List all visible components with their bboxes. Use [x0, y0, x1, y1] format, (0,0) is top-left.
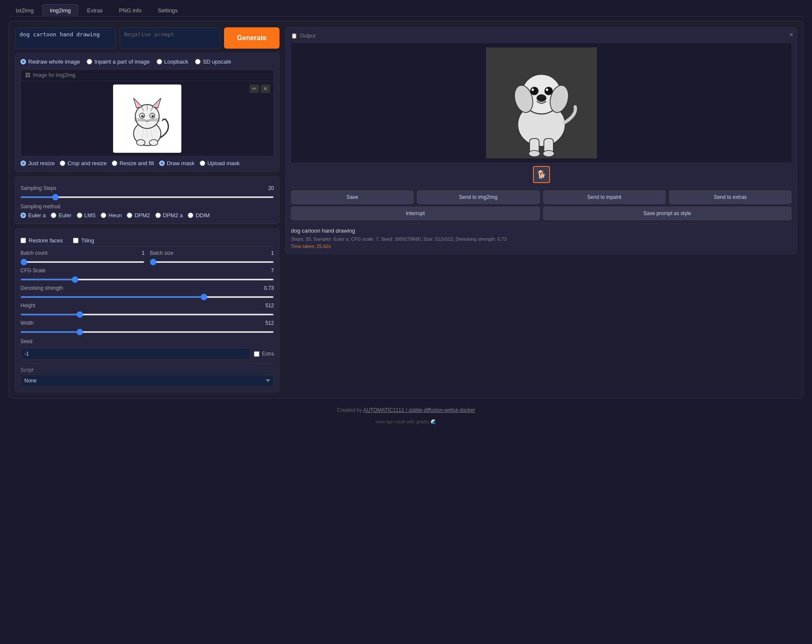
image-icon: 🖼 — [25, 72, 30, 78]
resize-just-resize[interactable]: Just resize — [20, 160, 55, 166]
mode-image-section: Redraw whole image Inpaint a part of ima… — [15, 53, 279, 172]
seed-input[interactable]: -1 — [20, 348, 250, 360]
sampling-method-row: Euler a Euler LMS Heun — [20, 212, 274, 219]
height-label: Height — [20, 303, 35, 309]
output-section: 📋 Output × — [285, 27, 797, 254]
tab-settings[interactable]: Settings — [151, 4, 185, 16]
sampler-lms[interactable]: LMS — [77, 212, 96, 219]
tab-extras[interactable]: Extras — [80, 4, 110, 16]
image-actions: ✏ ✕ — [250, 85, 270, 93]
svg-point-31 — [544, 87, 553, 95]
generate-button[interactable]: Generate — [224, 27, 279, 49]
tab-png-info[interactable]: PNG info — [112, 4, 149, 16]
output-header: 📋 Output × — [291, 33, 792, 39]
svg-point-11 — [141, 115, 144, 117]
send-to-img2img-button[interactable]: Send to img2img — [417, 190, 539, 204]
send-to-extras-button[interactable]: Send to extras — [669, 190, 792, 204]
output-label: Output — [300, 33, 315, 39]
resize-draw-mask[interactable]: Draw mask — [159, 160, 195, 166]
save-style-button[interactable]: Save prompt as style — [543, 207, 792, 220]
output-image-area — [291, 43, 792, 163]
svg-point-40 — [543, 150, 554, 157]
sampling-steps-slider[interactable] — [20, 196, 274, 198]
svg-point-36 — [542, 97, 544, 99]
sampler-dpm2[interactable]: DPM2 — [127, 212, 150, 219]
sampling-steps-label: Sampling Steps — [20, 185, 56, 191]
sampling-steps-row: Sampling Steps 20 — [20, 185, 274, 199]
svg-point-34 — [536, 95, 546, 102]
sampling-steps-value: 20 — [268, 185, 274, 191]
created-by-text: Created by — [337, 407, 362, 413]
edit-image-btn[interactable]: ✏ — [250, 85, 259, 93]
sampler-heun[interactable]: Heun — [101, 212, 122, 219]
checkbox-row: Restore faces Tiling — [20, 237, 274, 244]
output-time: Time taken: 25.62s — [291, 244, 792, 249]
sampler-dpm2a[interactable]: DPM2 a — [155, 212, 183, 219]
mode-radio-group: Redraw whole image Inpaint a part of ima… — [20, 58, 274, 65]
mode-sd-upscale[interactable]: SD upscale — [195, 58, 231, 65]
output-close-button[interactable]: × — [789, 31, 793, 39]
height-slider[interactable] — [20, 314, 274, 315]
svg-point-35 — [538, 97, 541, 99]
mode-inpaint[interactable]: Inpaint a part of image — [87, 58, 149, 65]
right-panel: 📋 Output × — [285, 27, 797, 392]
denoising-label: Denoising strength — [20, 285, 63, 291]
output-thumbnail[interactable]: 🐕 — [533, 166, 550, 183]
sampler-euler[interactable]: Euler — [51, 212, 71, 219]
top-tabs: txt2img img2img Extras PNG info Settings — [9, 4, 803, 17]
batch-row: Batch count 1 Batch size 1 — [20, 250, 274, 264]
footer-link[interactable]: AUTOMATIC1111 / stable-diffusion-webui-d… — [363, 407, 475, 413]
svg-point-14 — [153, 115, 154, 116]
send-to-inpaint-button[interactable]: Send to inpaint — [543, 190, 666, 204]
image-upload-area[interactable]: 🖼 Image for img2img — [20, 69, 274, 157]
resize-upload-mask[interactable]: Upload mask — [200, 160, 240, 166]
batch-count-label: Batch count — [20, 250, 47, 256]
cfg-scale-label: CFG Scale — [20, 268, 46, 274]
tiling-checkbox[interactable]: Tiling — [73, 237, 94, 244]
svg-point-21 — [149, 140, 158, 146]
sampling-section: Sampling Steps 20 Sampling method Euler … — [15, 176, 279, 224]
mode-redraw[interactable]: Redraw whole image — [20, 58, 80, 65]
image-upload-label: 🖼 Image for img2img — [21, 70, 274, 81]
sampler-ddim[interactable]: DDIM — [188, 212, 210, 219]
batch-count-col: Batch count 1 — [20, 250, 145, 264]
clear-image-btn[interactable]: ✕ — [261, 85, 270, 93]
mode-loopback[interactable]: Loopback — [157, 58, 188, 65]
tab-img2img[interactable]: img2img — [43, 4, 78, 17]
width-slider[interactable] — [20, 331, 274, 333]
batch-size-slider[interactable] — [150, 261, 274, 263]
resize-options: Just resize Crop and resize Resize and f… — [20, 160, 274, 166]
cat-image — [113, 85, 181, 153]
restore-faces-checkbox[interactable]: Restore faces — [20, 237, 63, 244]
save-button[interactable]: Save — [291, 190, 413, 204]
width-label: Width — [20, 320, 34, 326]
seed-label: Seed — [20, 338, 274, 344]
height-row: Height 512 — [20, 303, 274, 317]
interrupt-button[interactable]: Interrupt — [291, 207, 540, 220]
resize-crop-and-resize[interactable]: Crop and resize — [60, 160, 107, 166]
batch-size-value: 1 — [271, 250, 274, 256]
footer-bottom: view api • built with gradio 🌊 — [9, 417, 803, 429]
denoising-row: Denoising strength 0.73 — [20, 285, 274, 299]
tab-txt2img[interactable]: txt2img — [9, 4, 41, 16]
batch-size-label: Batch size — [150, 250, 173, 256]
resize-resize-and-fill[interactable]: Resize and fill — [112, 160, 154, 166]
positive-prompt[interactable]: dog cartoon hand drawing — [15, 27, 116, 49]
extra-checkbox[interactable]: Extra — [254, 351, 274, 357]
thumbnail-strip: 🐕 — [291, 166, 792, 183]
batch-count-slider[interactable] — [20, 261, 145, 263]
output-prompt-text: dog cartoon hand drawing — [291, 227, 792, 234]
batch-size-col: Batch size 1 — [150, 250, 274, 264]
cfg-scale-slider[interactable] — [20, 279, 274, 280]
prompt-row: dog cartoon hand drawing Generate — [15, 27, 279, 49]
sampler-euler-a[interactable]: Euler a — [20, 212, 46, 219]
script-select[interactable]: None — [20, 375, 274, 387]
denoising-slider[interactable] — [20, 296, 274, 298]
output-buttons-row1: Save Send to img2img Send to inpaint Sen… — [291, 190, 792, 204]
batch-count-value: 1 — [142, 250, 145, 256]
seed-section: Seed -1 Extra — [20, 338, 274, 360]
svg-point-30 — [530, 87, 538, 95]
negative-prompt[interactable] — [119, 27, 221, 49]
footer: Created by AUTOMATIC1111 / stable-diffus… — [9, 399, 803, 417]
image-canvas: ✏ ✕ — [21, 81, 274, 156]
